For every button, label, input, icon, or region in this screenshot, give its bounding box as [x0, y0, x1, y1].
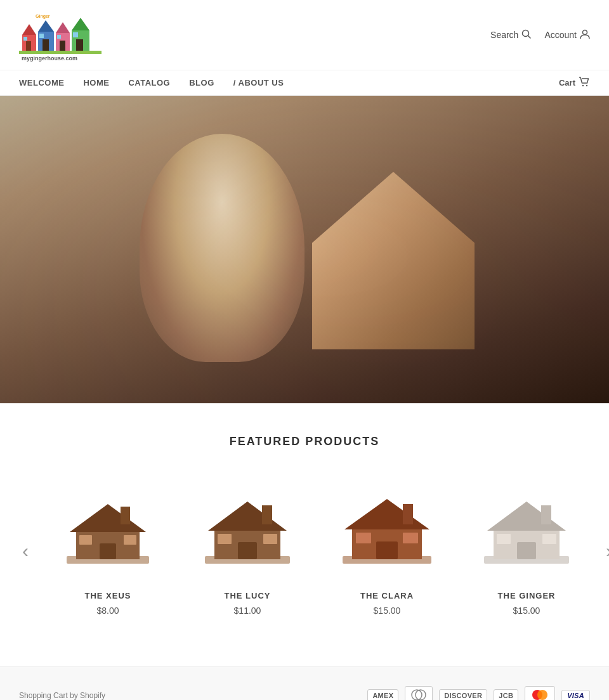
nav-item-about[interactable]: / ABOUT US: [233, 78, 284, 88]
product-name-clara: THE CLARA: [327, 591, 447, 600]
product-price-ginger: $15.00: [466, 606, 587, 616]
svg-marker-37: [208, 502, 287, 531]
product-name-xeus: THE XEUS: [48, 591, 168, 600]
svg-rect-41: [376, 541, 398, 559]
product-image-lucy: [187, 480, 308, 581]
carousel-prev-button[interactable]: ‹: [13, 534, 38, 568]
svg-rect-45: [403, 504, 413, 524]
footer: Shopping Cart by Shopify AMEX DISCOVER J…: [0, 666, 609, 700]
cart-icon: [579, 77, 590, 89]
product-card-lucy[interactable]: THE LUCY $11.00: [178, 474, 317, 628]
svg-rect-49: [497, 534, 511, 544]
product-card-clara[interactable]: THE CLARA $15.00: [317, 474, 457, 628]
amex-icon: AMEX: [367, 689, 398, 700]
house-ginger-svg: [466, 480, 587, 581]
hero-overlay: [0, 96, 609, 403]
svg-rect-29: [124, 535, 136, 545]
svg-rect-38: [262, 505, 272, 524]
svg-rect-34: [238, 542, 257, 559]
nav-item-blog[interactable]: BLOG: [189, 78, 214, 88]
mastercard-icon: [525, 686, 555, 700]
cart-link[interactable]: Cart: [559, 77, 590, 89]
svg-rect-16: [19, 51, 102, 54]
svg-point-22: [582, 85, 584, 86]
logo-svg: mygingerhouse.com Ginger: [19, 6, 102, 63]
logo[interactable]: mygingerhouse.com Ginger: [19, 6, 102, 63]
svg-rect-14: [76, 39, 83, 51]
account-label: Account: [544, 30, 577, 40]
nav-item-catalog[interactable]: CATALOG: [128, 78, 170, 88]
search-icon: [521, 29, 532, 41]
svg-rect-48: [517, 542, 536, 559]
svg-rect-10: [60, 41, 65, 51]
payment-icons: AMEX DISCOVER JCB VISA: [367, 686, 590, 700]
svg-rect-6: [43, 39, 49, 51]
svg-marker-13: [72, 18, 89, 30]
products-grid: THE XEUS $8.00 THE LUCY: [38, 474, 596, 628]
product-name-lucy: THE LUCY: [187, 591, 308, 600]
cart-label: Cart: [559, 78, 575, 88]
nav-item-home[interactable]: HOME: [83, 78, 109, 88]
house-clara-svg: [327, 480, 447, 581]
svg-marker-9: [56, 22, 70, 33]
svg-rect-52: [541, 505, 551, 524]
svg-point-56: [537, 690, 547, 700]
svg-rect-7: [39, 34, 44, 38]
svg-text:mygingerhouse.com: mygingerhouse.com: [22, 55, 77, 62]
svg-marker-5: [38, 20, 54, 32]
product-name-ginger: THE GINGER: [466, 591, 587, 600]
diners-icon: [405, 686, 433, 700]
discover-icon: DISCOVER: [439, 689, 487, 700]
svg-rect-11: [57, 35, 61, 39]
logo-area: mygingerhouse.com Ginger: [19, 6, 102, 63]
product-image-xeus: [48, 480, 168, 581]
svg-rect-42: [356, 533, 371, 543]
svg-rect-36: [263, 534, 277, 544]
products-carousel: ‹: [13, 474, 596, 628]
account-icon: [580, 29, 590, 41]
header: mygingerhouse.com Ginger Search Account: [0, 0, 609, 70]
nav-right: Cart: [559, 77, 590, 89]
nav-item-welcome[interactable]: WELCOME: [19, 78, 64, 88]
product-image-ginger: [466, 480, 587, 581]
svg-marker-44: [344, 499, 429, 529]
shopify-text: Shopping Cart by Shopify: [19, 691, 105, 700]
search-link[interactable]: Search: [490, 29, 532, 41]
svg-rect-3: [23, 37, 27, 41]
featured-products: FEATURED PRODUCTS ‹: [0, 403, 609, 666]
featured-title: FEATURED PRODUCTS: [13, 435, 596, 448]
svg-rect-35: [218, 534, 232, 544]
search-label: Search: [490, 30, 518, 40]
house-lucy-svg: [187, 480, 308, 581]
svg-rect-2: [26, 41, 31, 51]
hero-banner: [0, 96, 609, 403]
product-image-clara: [327, 480, 447, 581]
product-price-xeus: $8.00: [48, 606, 168, 616]
svg-marker-30: [70, 504, 146, 532]
svg-rect-43: [403, 533, 418, 543]
product-price-lucy: $11.00: [187, 606, 308, 616]
svg-rect-24: [0, 96, 609, 403]
svg-text:Ginger: Ginger: [36, 14, 50, 19]
visa-icon: VISA: [561, 690, 590, 700]
svg-point-21: [583, 30, 587, 34]
header-right: Search Account: [490, 29, 590, 41]
svg-rect-31: [121, 507, 130, 524]
svg-rect-28: [79, 535, 92, 545]
navigation: WELCOME HOME CATALOG BLOG / ABOUT US Car…: [0, 70, 609, 96]
nav-left: WELCOME HOME CATALOG BLOG / ABOUT US: [19, 78, 284, 88]
svg-rect-15: [73, 32, 78, 37]
product-card-xeus[interactable]: THE XEUS $8.00: [38, 474, 178, 628]
svg-line-20: [528, 36, 531, 38]
house-xeus-svg: [48, 480, 168, 581]
carousel-next-button[interactable]: ›: [596, 534, 609, 568]
svg-rect-50: [542, 534, 556, 544]
svg-point-23: [586, 85, 587, 86]
product-price-clara: $15.00: [327, 606, 447, 616]
svg-rect-27: [100, 543, 116, 559]
product-card-ginger[interactable]: THE GINGER $15.00: [457, 474, 596, 628]
account-link[interactable]: Account: [544, 29, 590, 41]
svg-marker-51: [487, 502, 566, 531]
jcb-icon: JCB: [494, 689, 518, 700]
svg-marker-1: [22, 24, 36, 35]
